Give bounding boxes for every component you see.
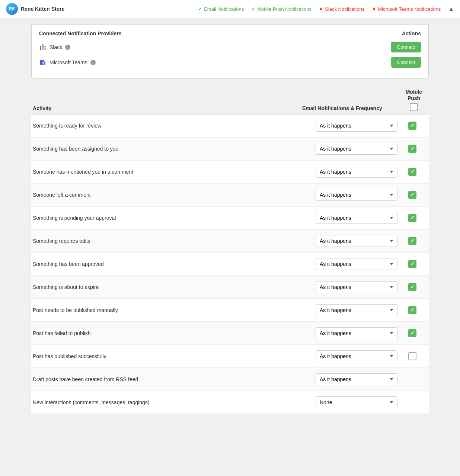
teams-connect-button[interactable]: Connect <box>391 57 421 68</box>
main-content: Connected Notification Providers Actions… <box>25 18 435 420</box>
mobile-checkbox[interactable] <box>408 329 416 337</box>
table-row: Post has published successfully As it ha… <box>31 345 429 368</box>
frequency-select[interactable]: As it happensDaily digestWeekly digestNo… <box>316 189 397 201</box>
activity-label: Something has been assigned to you <box>33 146 316 152</box>
slack-notif-status: ✕ Slack Notifications <box>319 6 364 12</box>
mobile-check-col <box>397 191 427 199</box>
teams-notif-status: ✕ Microsoft Teams Notifications <box>372 6 441 12</box>
x-icon-teams: ✕ <box>372 6 376 12</box>
table-row: Post needs to be published manually As i… <box>31 299 429 322</box>
table-row: Draft posts have been created from RSS f… <box>31 368 429 391</box>
mobile-checkbox[interactable] <box>408 260 416 268</box>
header-right: ✓ Email Notifications ✓ Mobile Push Noti… <box>198 6 454 12</box>
providers-title: Connected Notification Providers <box>39 30 122 36</box>
mobile-push-notif-label: Mobile Push Notifications <box>257 6 312 12</box>
mobile-push-notif-status: ✓ Mobile Push Notifications <box>251 6 312 12</box>
frequency-select[interactable]: As it happensDaily digestWeekly digestNo… <box>316 373 397 385</box>
activity-label: Post has published successfully <box>33 353 316 359</box>
svg-rect-1 <box>40 48 41 50</box>
page-header: RK Rene Kitten Store ✓ Email Notificatio… <box>0 0 460 18</box>
table-row: Something is pending your approval As it… <box>31 207 429 229</box>
frequency-select[interactable]: As it happensDaily digestWeekly digestNo… <box>316 350 397 362</box>
teams-provider-info: T Microsoft Teams i <box>39 59 96 66</box>
mobile-check-col <box>397 214 427 222</box>
activity-label: Something is ready for review <box>33 123 316 129</box>
mobile-checkbox[interactable] <box>408 191 416 199</box>
col-activity-header: Activity <box>31 105 302 111</box>
mobile-checkbox[interactable] <box>408 283 416 291</box>
frequency-select[interactable]: As it happensDaily digestWeekly digestNo… <box>316 120 397 132</box>
mobile-push-all-checkbox[interactable] <box>410 103 418 111</box>
svg-rect-4 <box>42 48 44 50</box>
slack-provider-info: Slack i <box>39 44 70 51</box>
frequency-select[interactable]: As it happensDaily digestWeekly digestNo… <box>316 304 397 316</box>
mobile-checkbox[interactable] <box>408 306 416 314</box>
slack-notif-label: Slack Notifications <box>325 6 364 12</box>
svg-rect-2 <box>42 44 44 46</box>
mobile-check-col <box>397 306 427 314</box>
activity-label: Something has been approved <box>33 261 316 267</box>
table-header: Activity Email Notifications & Frequency… <box>31 86 429 115</box>
email-notif-label: Email Notifications <box>204 6 244 12</box>
activity-label: Draft posts have been created from RSS f… <box>33 376 316 382</box>
frequency-select[interactable]: As it happensDaily digestWeekly digestNo… <box>316 327 397 339</box>
svg-rect-5 <box>44 46 46 48</box>
table-row: Something requires edits As it happensDa… <box>31 230 429 253</box>
table-row: Post has failed to publish As it happens… <box>31 322 429 345</box>
providers-header: Connected Notification Providers Actions <box>39 30 421 36</box>
slack-info-icon[interactable]: i <box>65 45 70 50</box>
mobile-check-col <box>397 260 427 268</box>
mobile-check-col <box>397 122 427 130</box>
svg-text:T: T <box>42 62 44 64</box>
col-mobile-label: Mobile Push <box>399 89 429 102</box>
mobile-check-col <box>397 352 427 360</box>
teams-info-icon[interactable]: i <box>90 60 96 65</box>
table-row: Something is ready for review As it happ… <box>31 115 429 137</box>
slack-icon <box>39 44 47 51</box>
svg-rect-6 <box>44 48 46 50</box>
collapse-button[interactable]: ▲ <box>448 6 454 12</box>
activity-label: New interactions (comments, messages, ta… <box>33 399 316 405</box>
mobile-check-col <box>397 145 427 153</box>
activity-label: Post needs to be published manually <box>33 307 316 313</box>
activity-label: Someone has mentioned you in a comment <box>33 169 316 175</box>
frequency-select[interactable]: As it happensDaily digestWeekly digestNo… <box>316 212 397 224</box>
teams-icon: T <box>39 59 47 66</box>
mobile-checkbox[interactable] <box>408 122 416 130</box>
mobile-check-col <box>397 168 427 176</box>
mobile-checkbox[interactable] <box>408 145 416 153</box>
table-row: Someone has mentioned you in a comment A… <box>31 161 429 183</box>
activity-label: Someone left a comment <box>33 192 316 198</box>
activity-label: Something is about to expire <box>33 284 316 290</box>
mobile-check-col <box>397 237 427 245</box>
frequency-select[interactable]: As it happensDaily digestWeekly digestNo… <box>316 396 397 408</box>
frequency-select[interactable]: As it happensDaily digestWeekly digestNo… <box>316 281 397 293</box>
activity-label: Something requires edits <box>33 238 316 244</box>
svg-rect-0 <box>40 46 41 48</box>
mobile-checkbox[interactable] <box>408 168 416 176</box>
table-row: Something is about to expire As it happe… <box>31 276 429 299</box>
check-icon-2: ✓ <box>251 6 255 12</box>
frequency-select[interactable]: As it happensDaily digestWeekly digestNo… <box>316 235 397 247</box>
header-left: RK Rene Kitten Store <box>6 3 192 15</box>
activity-label: Post has failed to publish <box>33 330 316 336</box>
table-row: New interactions (comments, messages, ta… <box>31 391 429 414</box>
store-name: Rene Kitten Store <box>21 6 64 12</box>
providers-box: Connected Notification Providers Actions… <box>31 24 429 78</box>
mobile-checkbox[interactable] <box>408 237 416 245</box>
table-row: Something has been assigned to you As it… <box>31 138 429 160</box>
frequency-select[interactable]: As it happensDaily digestWeekly digestNo… <box>316 258 397 270</box>
activity-table: Activity Email Notifications & Frequency… <box>31 86 429 414</box>
svg-rect-3 <box>42 46 44 48</box>
avatar: RK <box>6 3 18 15</box>
teams-notif-label: Microsoft Teams Notifications <box>378 6 441 12</box>
col-mobile-header: Mobile Push <box>399 89 429 111</box>
email-notif-status: ✓ Email Notifications <box>198 6 244 12</box>
mobile-checkbox[interactable] <box>408 214 416 222</box>
mobile-check-col <box>397 329 427 337</box>
slack-connect-button[interactable]: Connect <box>391 42 421 52</box>
mobile-checkbox[interactable] <box>408 352 416 360</box>
frequency-select[interactable]: As it happensDaily digestWeekly digestNo… <box>316 166 397 178</box>
check-icon: ✓ <box>198 6 202 12</box>
frequency-select[interactable]: As it happensDaily digestWeekly digestNo… <box>316 143 397 155</box>
